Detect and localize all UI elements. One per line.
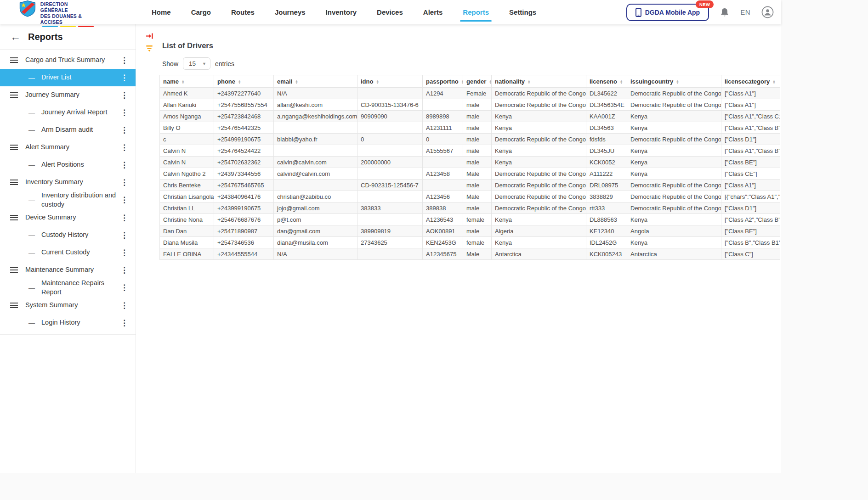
cell-idno — [357, 145, 423, 157]
sidebar-item-cargo-and-truck-summary[interactable]: Cargo and Truck Summary⋮ — [0, 51, 136, 69]
sidebar-item-label: System Summary — [25, 301, 80, 310]
sidebar-item-alert-summary[interactable]: Alert Summary⋮ — [0, 139, 136, 156]
kebab-menu-icon[interactable]: ⋮ — [120, 143, 128, 152]
column-header-name[interactable]: name▲▼ — [160, 75, 214, 88]
sidebar-item-current-custody[interactable]: —Current Custody⋮ — [0, 244, 136, 261]
sort-arrows-icon[interactable]: ▲▼ — [376, 79, 379, 84]
cell-issuingcountry: Democratic Republic of the Congo — [627, 88, 721, 99]
cell-licensecategory: ["Class CE"] — [721, 168, 780, 180]
main-nav: HomeCargoRoutesJourneysInventoryDevicesA… — [152, 8, 536, 16]
sidebar-item-inventory-distribution-and-custody[interactable]: —Inventory distribution and custody⋮ — [0, 191, 136, 209]
sidebar-item-custody-history[interactable]: —Custody History⋮ — [0, 226, 136, 244]
cell-idno: 90909090 — [357, 111, 423, 122]
column-header-idno[interactable]: idno▲▼ — [357, 75, 423, 88]
cell-idno: 0 — [357, 134, 423, 145]
column-header-phone[interactable]: phone▲▼ — [214, 75, 274, 88]
sort-arrows-icon[interactable]: ▲▼ — [772, 79, 775, 84]
cell-passportno: A1294 — [423, 88, 463, 99]
kebab-menu-icon[interactable]: ⋮ — [120, 125, 128, 135]
column-header-licenseno[interactable]: licenseno▲▼ — [586, 75, 627, 88]
cell-nationality: Democratic Republic of the Congo — [492, 180, 586, 191]
kebab-menu-icon[interactable]: ⋮ — [120, 265, 128, 275]
sidebar-header: ← Reports — [0, 24, 136, 49]
kebab-menu-icon[interactable]: ⋮ — [120, 56, 128, 65]
column-header-passportno[interactable]: passportno▲▼ — [423, 75, 463, 88]
nav-item-alerts[interactable]: Alerts — [423, 8, 443, 16]
kebab-menu-icon[interactable]: ⋮ — [120, 248, 128, 258]
sort-arrows-icon[interactable]: ▲▼ — [489, 79, 491, 84]
table-row-chris-benteke: Chris Benteke+2547675465765CD-902315-125… — [160, 180, 780, 191]
sidebar-item-label: Cargo and Truck Summary — [25, 56, 108, 65]
kebab-menu-icon[interactable]: ⋮ — [120, 160, 128, 170]
filter-icon[interactable] — [146, 45, 153, 54]
sidebar-item-inventory-summary[interactable]: Inventory Summary⋮ — [0, 174, 136, 191]
sidebar-item-alert-positions[interactable]: —Alert Positions⋮ — [0, 156, 136, 174]
kebab-menu-icon[interactable]: ⋮ — [120, 230, 128, 240]
kebab-menu-icon[interactable]: ⋮ — [120, 108, 128, 118]
column-header-nationality[interactable]: nationality▲▼ — [492, 75, 586, 88]
sort-arrows-icon[interactable]: ▲▼ — [620, 79, 623, 84]
kebab-menu-icon[interactable]: ⋮ — [120, 178, 128, 187]
sidebar-item-system-summary[interactable]: System Summary⋮ — [0, 297, 136, 314]
cell-issuingcountry: Kenya — [627, 111, 721, 122]
nav-item-cargo[interactable]: Cargo — [191, 8, 211, 16]
table-row-allan-kariuki: Allan Kariuki+25475568557554allan@keshi.… — [160, 99, 780, 111]
column-header-licensecategory[interactable]: licensecategory▲▼ — [721, 75, 780, 88]
sort-arrows-icon[interactable]: ▲▼ — [461, 79, 463, 84]
chevron-down-icon: ▼ — [202, 62, 206, 66]
kebab-menu-icon[interactable]: ⋮ — [120, 73, 128, 83]
cell-phone: +254999190675 — [214, 134, 274, 145]
sidebar-item-driver-list[interactable]: —Driver List⋮ — [0, 69, 136, 86]
page-size-select[interactable]: 15 ▼ — [183, 57, 210, 70]
nav-item-reports[interactable]: Reports — [463, 8, 489, 16]
dgda-mobile-app-button[interactable]: DGDA Mobile App NEW — [626, 4, 709, 21]
column-header-issuingcountry[interactable]: issuingcountry▲▼ — [627, 75, 721, 88]
back-arrow-icon[interactable]: ← — [10, 32, 21, 42]
table-row-christian-lisangola: Christian Lisangola+243840964176christia… — [160, 191, 780, 202]
sidebar-item-maintenance-repairs-report[interactable]: —Maintenance Repairs Report⋮ — [0, 279, 136, 297]
kebab-menu-icon[interactable]: ⋮ — [120, 318, 128, 328]
cell-licensecategory: ["Class A1"] — [721, 88, 780, 99]
cell-email — [274, 180, 357, 191]
nav-item-journeys[interactable]: Journeys — [275, 8, 306, 16]
cell-gender: Male — [463, 191, 492, 202]
sort-arrows-icon[interactable]: ▲▼ — [676, 79, 679, 84]
nav-item-home[interactable]: Home — [152, 8, 171, 16]
kebab-menu-icon[interactable]: ⋮ — [120, 283, 128, 292]
sidebar-item-maintenance-summary[interactable]: Maintenance Summary⋮ — [0, 261, 136, 279]
cell-gender: male — [463, 202, 492, 214]
column-header-email[interactable]: email▲▼ — [274, 75, 357, 88]
sidebar-item-journey-arrival-report[interactable]: —Journey Arrival Report⋮ — [0, 104, 136, 121]
kebab-menu-icon[interactable]: ⋮ — [120, 213, 128, 223]
sidebar-item-login-history[interactable]: —Login History⋮ — [0, 314, 136, 331]
nav-item-inventory[interactable]: Inventory — [326, 8, 357, 16]
nav-item-routes[interactable]: Routes — [231, 8, 255, 16]
nav-item-settings[interactable]: Settings — [509, 8, 536, 16]
sort-arrows-icon[interactable]: ▲▼ — [295, 79, 298, 84]
sub-item-dash-icon: — — [28, 197, 39, 204]
expand-sidebar-icon[interactable] — [146, 33, 153, 41]
nav-item-devices[interactable]: Devices — [377, 8, 403, 16]
sort-arrows-icon[interactable]: ▲▼ — [238, 79, 241, 84]
account-avatar-icon[interactable] — [761, 6, 774, 18]
sidebar-item-journey-summary[interactable]: Journey Summary⋮ — [0, 86, 136, 104]
sidebar-item-device-summary[interactable]: Device Summary⋮ — [0, 209, 136, 226]
cell-gender: male — [463, 122, 492, 134]
kebab-menu-icon[interactable]: ⋮ — [120, 195, 128, 205]
sidebar-item-label: Alert Summary — [25, 143, 72, 152]
kebab-menu-icon[interactable]: ⋮ — [120, 90, 128, 100]
cell-phone: +2547346536 — [214, 237, 274, 248]
sort-arrows-icon[interactable]: ▲▼ — [182, 79, 184, 84]
notifications-bell-icon[interactable] — [720, 7, 729, 17]
sidebar-item-arm-disarm-audit[interactable]: —Arm Disarm audit⋮ — [0, 121, 136, 139]
cell-licenseno: DL34563 — [586, 122, 627, 134]
sort-arrows-icon[interactable]: ▲▼ — [528, 79, 530, 84]
cell-licenseno: rtt333 — [586, 202, 627, 214]
language-selector[interactable]: EN — [740, 8, 750, 16]
report-group-icon — [10, 57, 18, 63]
cell-gender: male — [463, 157, 492, 168]
cell-licensecategory: ["Class A2","Class B"] — [721, 214, 780, 225]
cell-nationality: Democratic Republic of the Congo — [492, 134, 586, 145]
column-header-gender[interactable]: gender▲▼ — [463, 75, 492, 88]
kebab-menu-icon[interactable]: ⋮ — [120, 301, 128, 310]
